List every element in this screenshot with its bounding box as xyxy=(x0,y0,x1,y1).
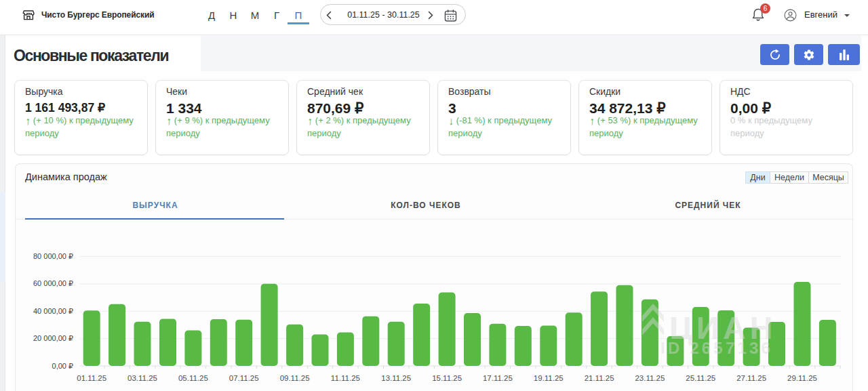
svg-text:ID 2657136: ID 2657136 xyxy=(660,339,773,357)
svg-text:19.11.25: 19.11.25 xyxy=(534,374,564,382)
svg-text:21.11.25: 21.11.25 xyxy=(585,374,614,382)
svg-text:09.11.25: 09.11.25 xyxy=(280,374,310,382)
svg-text:20 000,00 ₽: 20 000,00 ₽ xyxy=(33,334,73,342)
svg-text:11.11.25: 11.11.25 xyxy=(331,374,360,382)
svg-text:60 000,00 ₽: 60 000,00 ₽ xyxy=(33,279,73,287)
svg-text:17.11.25: 17.11.25 xyxy=(483,374,513,382)
svg-text:05.11.25: 05.11.25 xyxy=(178,374,208,382)
svg-text:80 000,00 ₽: 80 000,00 ₽ xyxy=(33,252,73,260)
svg-text:29.11.25: 29.11.25 xyxy=(787,374,817,382)
svg-text:15.11.25: 15.11.25 xyxy=(432,374,462,382)
svg-text:23.11.25: 23.11.25 xyxy=(635,374,665,382)
svg-text:25.11.25: 25.11.25 xyxy=(686,374,715,382)
svg-text:01.11.25: 01.11.25 xyxy=(77,374,106,382)
svg-text:13.11.25: 13.11.25 xyxy=(381,374,411,382)
svg-text:27.11.25: 27.11.25 xyxy=(736,374,766,382)
svg-text:03.11.25: 03.11.25 xyxy=(127,374,157,382)
svg-text:40 000,00 ₽: 40 000,00 ₽ xyxy=(33,307,73,315)
svg-text:07.11.25: 07.11.25 xyxy=(229,374,259,382)
svg-text:0,00 ₽: 0,00 ₽ xyxy=(52,362,73,370)
